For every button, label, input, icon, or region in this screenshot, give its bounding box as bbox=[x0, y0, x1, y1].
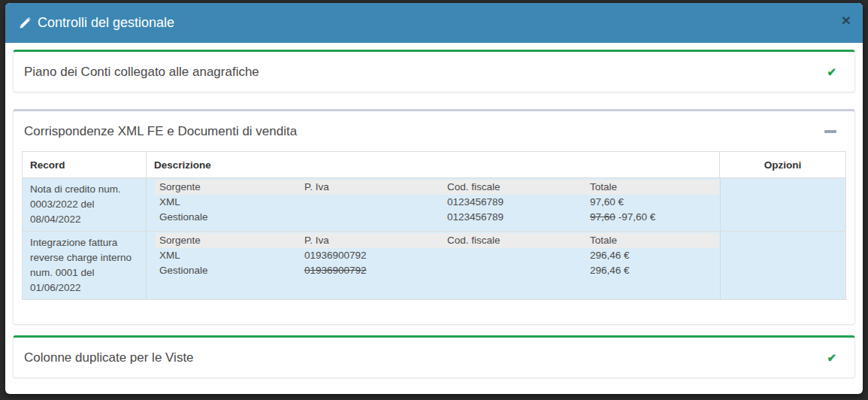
options-cell bbox=[720, 232, 845, 299]
check-icon: ✔ bbox=[827, 351, 836, 365]
description-cell: Sorgente P. Iva Cod. fiscale Totale XML … bbox=[147, 178, 720, 231]
panel-piano-title: Piano dei Conti collegato alle anagrafic… bbox=[24, 65, 259, 80]
panel-colonne-header[interactable]: Colonne duplicate per le Viste ✔ bbox=[14, 338, 854, 377]
col-header-record: Record bbox=[23, 152, 147, 177]
options-cell bbox=[720, 178, 845, 231]
panel-corrispondenze-title: Corrispondenze XML FE e Documenti di ven… bbox=[24, 124, 297, 139]
panel-corrispondenze-header[interactable]: Corrispondenze XML FE e Documenti di ven… bbox=[14, 111, 854, 151]
pencil-icon bbox=[19, 17, 31, 29]
minus-icon[interactable] bbox=[824, 130, 836, 133]
col-header-opzioni: Opzioni bbox=[720, 152, 845, 177]
panel-corrispondenze: Corrispondenze XML FE e Documenti di ven… bbox=[13, 109, 855, 325]
close-icon[interactable]: × bbox=[842, 12, 851, 28]
table-row: Integrazione fattura reverse charge inte… bbox=[23, 231, 845, 299]
panel-piano-header[interactable]: Piano dei Conti collegato alle anagrafic… bbox=[14, 52, 854, 92]
record-cell: Integrazione fattura reverse charge inte… bbox=[23, 232, 147, 299]
controls-modal: Controlli del gestionale × Piano dei Con… bbox=[5, 3, 863, 394]
inner-header-row: Sorgente P. Iva Cod. fiscale Totale bbox=[156, 180, 719, 195]
xml-source-row: XML 01936900792 296,46 € bbox=[156, 248, 719, 263]
gestionale-source-row: Gestionale 0123456789 97,60-97,60 € bbox=[156, 210, 719, 225]
xml-source-row: XML 0123456789 97,60 € bbox=[156, 195, 719, 210]
record-cell: Nota di credito num. 0003/2022 del 08/04… bbox=[23, 178, 147, 231]
modal-title-text: Controlli del gestionale bbox=[38, 15, 174, 31]
modal-body: Piano dei Conti collegato alle anagrafic… bbox=[5, 43, 863, 378]
col-header-descrizione: Descrizione bbox=[147, 152, 720, 177]
panel-colonne-title: Colonne duplicate per le Viste bbox=[24, 350, 194, 365]
modal-title: Controlli del gestionale bbox=[19, 15, 174, 31]
gestionale-source-row: Gestionale 01936900792 296,46 € bbox=[156, 263, 719, 278]
table-row: Nota di credito num. 0003/2022 del 08/04… bbox=[23, 177, 845, 231]
description-cell: Sorgente P. Iva Cod. fiscale Totale XML … bbox=[147, 232, 720, 299]
panel-colonne-duplicate: Colonne duplicate per le Viste ✔ bbox=[13, 335, 855, 378]
check-icon: ✔ bbox=[827, 65, 836, 79]
panel-piano-dei-conti: Piano dei Conti collegato alle anagrafic… bbox=[13, 50, 855, 92]
correspondence-table: Record Descrizione Opzioni Nota di credi… bbox=[22, 151, 846, 300]
table-header-row: Record Descrizione Opzioni bbox=[23, 152, 845, 177]
inner-header-row: Sorgente P. Iva Cod. fiscale Totale bbox=[156, 233, 719, 248]
modal-header: Controlli del gestionale × bbox=[5, 3, 863, 43]
